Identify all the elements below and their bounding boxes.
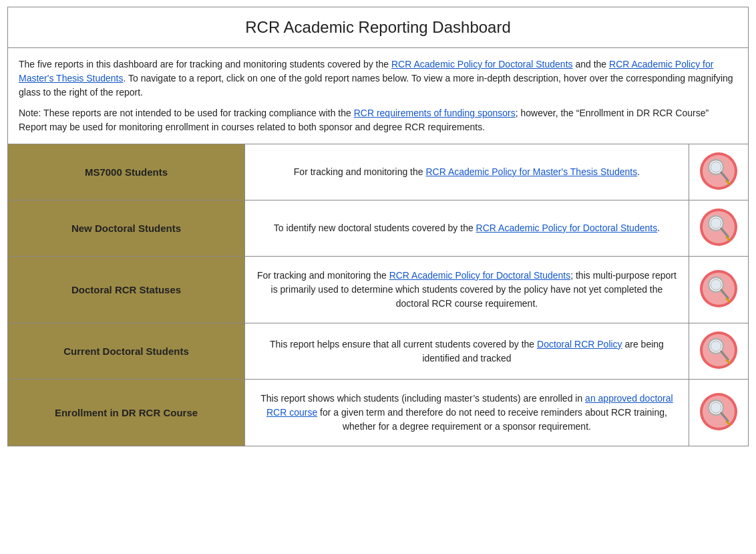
report-icon-cell-current-doctoral[interactable] <box>689 323 748 380</box>
report-name-link-new-doctoral[interactable]: New Doctoral Students <box>71 223 181 234</box>
report-icon-cell-doctoral-rcr-statuses[interactable] <box>689 257 748 323</box>
report-desc-link-enrollment-dr-rcr[interactable]: an approved doctoral RCR course <box>266 393 673 418</box>
report-name-link-doctoral-rcr-statuses[interactable]: Doctoral RCR Statuses <box>71 284 181 295</box>
rcr-doctoral-policy-link-1[interactable]: RCR Academic Policy for Doctoral Student… <box>391 59 573 70</box>
magnifier-icon-enrollment-dr-rcr[interactable] <box>699 392 739 432</box>
report-desc-doctoral-rcr-statuses: For tracking and monitoring the RCR Acad… <box>245 257 689 323</box>
report-name-enrollment-dr-rcr[interactable]: Enrollment in DR RCR Course <box>8 380 245 446</box>
svg-point-9 <box>711 218 721 229</box>
report-desc-link-current-doctoral[interactable]: Doctoral RCR Policy <box>537 339 622 350</box>
report-icon-cell-enrollment-dr-rcr[interactable] <box>689 380 748 446</box>
report-desc-enrollment-dr-rcr: This report shows which students (includ… <box>245 380 689 446</box>
report-desc-new-doctoral: To identify new doctoral students covere… <box>245 200 689 257</box>
intro-p1-text1: The five reports in this dashboard are f… <box>19 59 391 70</box>
magnifier-icon-new-doctoral[interactable] <box>699 207 739 247</box>
intro-paragraph-2: Note: These reports are not intended to … <box>19 106 737 134</box>
intro-p1-text3: . To navigate to a report, click on one … <box>19 73 733 98</box>
svg-point-15 <box>711 279 721 290</box>
intro-paragraph-1: The five reports in this dashboard are f… <box>19 57 737 100</box>
reports-table: MS7000 StudentsFor tracking and monitori… <box>8 144 748 446</box>
report-desc-link-doctoral-rcr-statuses[interactable]: RCR Academic Policy for Doctoral Student… <box>389 270 571 281</box>
report-desc-current-doctoral: This report helps ensure that all curren… <box>245 323 689 380</box>
report-row-ms7000: MS7000 StudentsFor tracking and monitori… <box>8 144 748 200</box>
report-name-link-current-doctoral[interactable]: Current Doctoral Students <box>63 345 189 357</box>
rcr-funding-sponsors-link[interactable]: RCR requirements of funding sponsors <box>354 108 516 118</box>
report-desc-link-ms7000[interactable]: RCR Academic Policy for Master's Thesis … <box>425 166 637 177</box>
report-desc-ms7000: For tracking and monitoring the RCR Acad… <box>245 144 689 200</box>
report-icon-cell-new-doctoral[interactable] <box>689 200 748 257</box>
report-desc-link-new-doctoral[interactable]: RCR Academic Policy for Doctoral Student… <box>476 223 658 233</box>
magnifier-icon-ms7000[interactable] <box>699 151 739 191</box>
report-name-ms7000[interactable]: MS7000 Students <box>8 144 245 200</box>
report-name-doctoral-rcr-statuses[interactable]: Doctoral RCR Statuses <box>8 257 245 323</box>
report-icon-cell-ms7000[interactable] <box>689 144 748 200</box>
svg-point-3 <box>711 162 721 172</box>
svg-point-21 <box>711 341 721 352</box>
intro-p2-text1: Note: These reports are not intended to … <box>19 108 354 118</box>
title-text: RCR Academic Reporting Dashboard <box>245 18 511 36</box>
report-row-enrollment-dr-rcr: Enrollment in DR RCR CourseThis report s… <box>8 380 748 446</box>
report-row-current-doctoral: Current Doctoral StudentsThis report hel… <box>8 323 748 380</box>
magnifier-icon-doctoral-rcr-statuses[interactable] <box>699 269 739 309</box>
report-name-new-doctoral[interactable]: New Doctoral Students <box>8 200 245 257</box>
report-row-new-doctoral: New Doctoral StudentsTo identify new doc… <box>8 200 748 257</box>
report-name-link-ms7000[interactable]: MS7000 Students <box>85 166 168 178</box>
magnifier-icon-current-doctoral[interactable] <box>699 330 739 370</box>
report-row-doctoral-rcr-statuses: Doctoral RCR StatusesFor tracking and mo… <box>8 257 748 323</box>
dashboard-container: RCR Academic Reporting Dashboard The fiv… <box>7 7 749 446</box>
svg-point-27 <box>711 402 721 413</box>
report-name-link-enrollment-dr-rcr[interactable]: Enrollment in DR RCR Course <box>55 407 198 418</box>
report-name-current-doctoral[interactable]: Current Doctoral Students <box>8 323 245 380</box>
intro-section: The five reports in this dashboard are f… <box>8 48 748 144</box>
dashboard-title: RCR Academic Reporting Dashboard <box>8 7 748 48</box>
intro-p1-text2: and the <box>573 59 610 70</box>
